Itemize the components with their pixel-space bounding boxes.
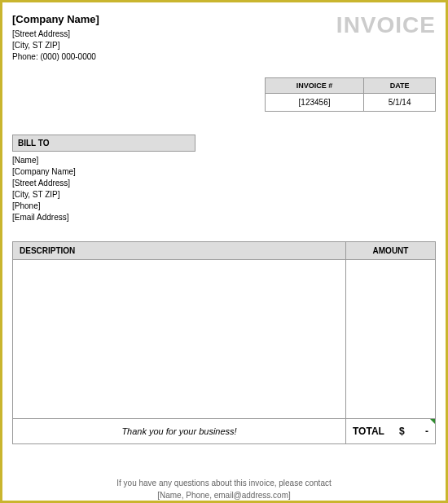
company-name: [Company Name] [12, 12, 99, 27]
description-header: DESCRIPTION [13, 242, 346, 260]
footer-line1: If you have any questions about this inv… [12, 477, 436, 489]
billto-city: [City, ST ZIP] [12, 189, 436, 201]
total-value: - [425, 426, 428, 437]
total-cell: TOTAL $ - [346, 419, 436, 444]
invoice-num-header: INVOICE # [266, 78, 364, 94]
billto-email: [Email Address] [12, 212, 436, 223]
invoice-title: INVOICE [336, 12, 436, 38]
total-currency: $ [399, 426, 405, 437]
billto-name: [Name] [12, 155, 436, 166]
billto-lines: [Name] [Company Name] [Street Address] [… [12, 155, 436, 223]
billto-phone: [Phone] [12, 201, 436, 212]
billto-street: [Street Address] [12, 178, 436, 189]
amount-header: AMOUNT [346, 242, 436, 260]
thanks-message: Thank you for your business! [13, 419, 346, 444]
amount-cell [346, 260, 436, 419]
cell-indicator-icon [430, 419, 435, 424]
line-items-table: DESCRIPTION AMOUNT Thank you for your bu… [12, 241, 436, 444]
company-city: [City, ST ZIP] [12, 40, 99, 51]
total-label: TOTAL [353, 426, 384, 437]
invoice-meta-table: INVOICE # DATE [123456] 5/1/14 [265, 77, 436, 112]
date-header: DATE [364, 78, 436, 94]
company-street: [Street Address] [12, 29, 99, 40]
header: [Company Name] [Street Address] [City, S… [12, 12, 436, 63]
invoice-num-value: [123456] [266, 94, 364, 112]
billto-header: BILL TO [12, 135, 195, 152]
footer-line2: [Name, Phone, email@address.com] [12, 489, 436, 501]
description-cell [13, 260, 346, 419]
billto-block: BILL TO [Name] [Company Name] [Street Ad… [12, 135, 436, 223]
company-block: [Company Name] [Street Address] [City, S… [12, 12, 99, 63]
date-value: 5/1/14 [364, 94, 436, 112]
footer: If you have any questions about this inv… [12, 477, 436, 501]
company-phone: Phone: (000) 000-0000 [12, 51, 99, 63]
billto-company: [Company Name] [12, 166, 436, 178]
